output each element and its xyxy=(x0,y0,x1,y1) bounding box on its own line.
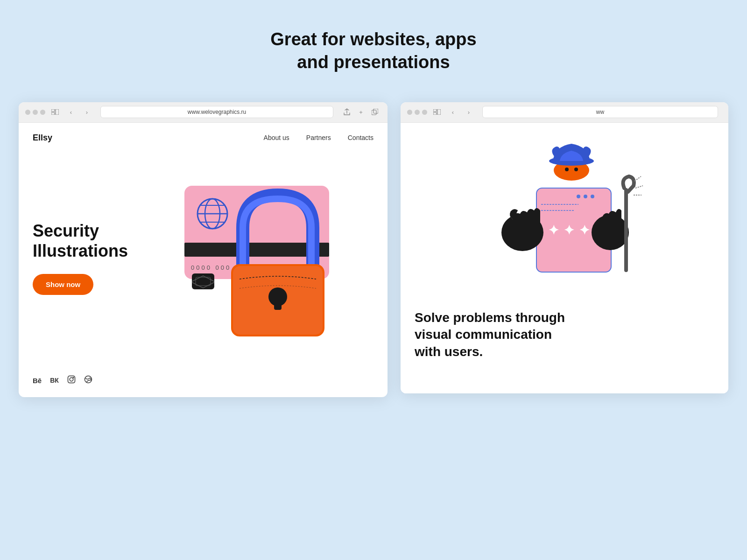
new-tab-icon[interactable]: + xyxy=(355,106,367,118)
hero-heading: Security Illustrations xyxy=(33,221,154,261)
browsers-row: ‹ › www.welovegraphics.ru + Ellsy A xyxy=(19,102,728,397)
nav-contacts[interactable]: Contacts xyxy=(348,134,374,141)
forward-btn-r[interactable]: › xyxy=(463,106,475,118)
dot-red xyxy=(25,110,30,115)
browser-dots xyxy=(25,110,45,115)
svg-text:✦: ✦ xyxy=(564,223,574,238)
browser-toolbar-left: ‹ › www.welovegraphics.ru + xyxy=(19,102,388,123)
nav-partners[interactable]: Partners xyxy=(306,134,331,141)
svg-point-33 xyxy=(591,195,594,198)
svg-point-21 xyxy=(73,377,74,378)
svg-rect-2 xyxy=(56,109,59,115)
social-behance[interactable]: Bē xyxy=(33,377,42,385)
svg-point-32 xyxy=(584,195,587,198)
tab-icon[interactable] xyxy=(49,106,61,118)
svg-rect-1 xyxy=(51,112,55,115)
page-title: Great for websites, apps and presentatio… xyxy=(270,28,476,74)
browser-window-left: ‹ › www.welovegraphics.ru + Ellsy A xyxy=(19,102,388,397)
svg-rect-0 xyxy=(51,109,55,112)
svg-rect-25 xyxy=(437,109,441,115)
toolbar-right: + xyxy=(341,106,381,118)
svg-rect-24 xyxy=(433,112,437,115)
dot-green-r xyxy=(422,110,427,115)
show-now-button[interactable]: Show now xyxy=(33,274,93,295)
dot-yellow xyxy=(33,110,38,115)
svg-rect-3 xyxy=(372,110,376,115)
social-instagram[interactable] xyxy=(67,375,76,386)
right-text-area: Solve problems through visual communicat… xyxy=(401,300,728,374)
dot-red-r xyxy=(407,110,412,115)
hacker-illustration: ✦ ✦ ✦ ✦ xyxy=(485,141,644,295)
back-btn[interactable]: ‹ xyxy=(65,106,77,118)
social-vk[interactable]: ВК xyxy=(50,377,59,384)
address-bar-left[interactable]: www.welovegraphics.ru xyxy=(100,106,333,118)
forward-btn[interactable]: › xyxy=(81,106,93,118)
right-illustration: ✦ ✦ ✦ ✦ xyxy=(401,123,728,300)
svg-line-39 xyxy=(634,176,641,181)
social-dribbble[interactable] xyxy=(84,375,92,385)
svg-text:✦: ✦ xyxy=(579,223,590,238)
address-bar-right[interactable]: ww xyxy=(482,106,718,118)
site-logo: Ellsy xyxy=(33,133,245,143)
svg-rect-38 xyxy=(624,188,628,272)
share-icon[interactable] xyxy=(341,106,353,118)
svg-rect-4 xyxy=(374,109,378,113)
site-nav-links: About us Partners Contacts xyxy=(264,134,374,141)
svg-line-40 xyxy=(635,186,643,188)
browser-toolbar-right: ‹ › ww xyxy=(401,102,728,123)
site-hero: Security Illustrations Show now xyxy=(19,153,388,368)
svg-point-43 xyxy=(565,168,569,171)
dot-green xyxy=(40,110,45,115)
duplicate-icon[interactable] xyxy=(369,106,381,118)
back-btn-r[interactable]: ‹ xyxy=(447,106,459,118)
svg-rect-19 xyxy=(68,376,75,383)
browser-window-right: ‹ › ww ✦ ✦ ✦ ✦ xyxy=(401,102,728,393)
hero-illustration: 0000 000 0000 xyxy=(154,172,374,344)
site-footer: Bē ВК xyxy=(19,368,388,397)
security-illustration: 0000 000 0000 xyxy=(170,172,357,344)
svg-point-31 xyxy=(577,195,580,198)
svg-point-20 xyxy=(70,378,73,381)
site-content-left: Ellsy About us Partners Contacts Securit… xyxy=(19,123,388,397)
solve-heading: Solve problems through visual communicat… xyxy=(415,309,714,360)
hero-text: Security Illustrations Show now xyxy=(33,221,154,295)
nav-about[interactable]: About us xyxy=(264,134,289,141)
tab-icon-r[interactable] xyxy=(431,106,443,118)
dot-yellow-r xyxy=(415,110,420,115)
svg-rect-23 xyxy=(433,109,437,112)
svg-rect-18 xyxy=(274,297,282,310)
browser-dots-right xyxy=(407,110,427,115)
svg-text:✦: ✦ xyxy=(548,223,559,238)
svg-point-44 xyxy=(574,168,578,171)
site-content-right: ✦ ✦ ✦ ✦ xyxy=(401,123,728,393)
site-navbar: Ellsy About us Partners Contacts xyxy=(19,123,388,153)
